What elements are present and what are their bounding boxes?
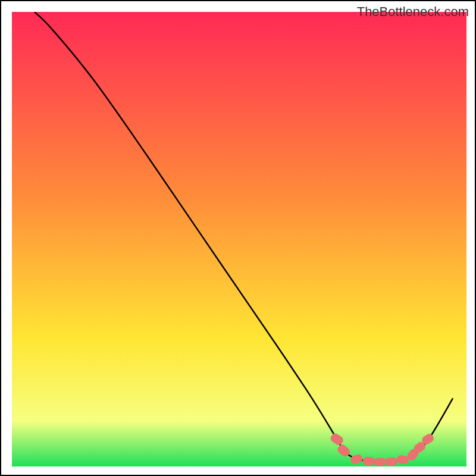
chart-frame: TheBottleneck.com bbox=[0, 0, 476, 476]
attribution-label: TheBottleneck.com bbox=[357, 4, 469, 20]
curve-marker bbox=[386, 458, 397, 466]
curve-marker bbox=[363, 457, 375, 465]
chart-svg bbox=[12, 12, 466, 466]
curve-marker bbox=[374, 458, 386, 466]
plot-area bbox=[12, 12, 466, 466]
gradient-bg bbox=[12, 12, 466, 466]
